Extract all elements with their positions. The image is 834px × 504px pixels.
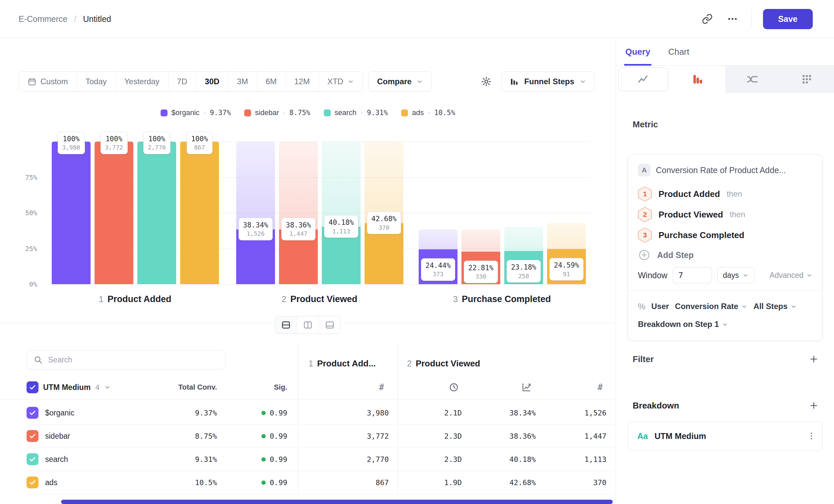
content: Custom Today Yesterday 7D 30D 3M 6M 12M … [0,38,834,504]
measure-scope-label: All Steps [753,302,788,311]
metric-title-row: A Conversion Rate of Product Adde... [638,164,812,177]
search-input[interactable] [48,356,219,364]
breadcrumb-report-name[interactable]: Untitled [83,14,111,24]
table-row[interactable]: ads10.5%0.998671.9D42.68%370 [0,471,616,494]
row-step1-count: 3,772 [303,425,389,448]
more-options-icon[interactable] [725,11,740,26]
report-type-retention[interactable] [780,66,834,93]
funnel-bar[interactable] [52,142,91,284]
horizontal-scrollbar[interactable] [61,500,613,504]
row-checkbox[interactable] [26,430,39,442]
step2-avg-time-column-button[interactable] [443,380,464,395]
report-type-insights[interactable] [616,66,671,93]
row-checkbox[interactable] [26,453,39,465]
conversion-chart-icon [521,382,532,393]
date-range-yesterday[interactable]: Yesterday [116,72,169,92]
date-range-7d[interactable]: 7D [169,72,196,92]
step-event-name[interactable]: Purchase Completed [659,230,744,240]
step-event-name[interactable]: Product Viewed [659,210,723,220]
table-header-divider [0,399,616,399]
step-event-name[interactable]: Product Added [659,189,720,199]
step-axis-label-2: 2 Product Viewed [282,294,358,304]
row-checkbox[interactable] [26,407,39,419]
date-range-today[interactable]: Today [77,72,116,92]
table-row[interactable]: sidebar8.75%0.993,7722.3D38.36%1,447 [0,425,616,448]
total-conv-column-header[interactable]: Total Conv. [139,380,217,395]
window-unit-label: days [723,271,739,280]
legend-item[interactable]: sidebar·8.75% [244,109,310,117]
table-search [26,350,225,369]
legend-item[interactable]: search·9.31% [324,109,388,117]
sidebar-tabs: Query Chart [616,38,834,66]
advanced-toggle[interactable]: Advanced [770,271,812,280]
significance-dot [261,411,266,415]
window-unit-select[interactable]: days [717,267,754,283]
breakdown-section: Breakdown [628,398,823,413]
date-range-3m[interactable]: 3M [228,72,257,92]
save-button[interactable]: Save [763,9,813,29]
add-step-button[interactable]: Add Step [638,245,812,265]
bar-count: 373 [425,270,451,278]
funnel-bar[interactable] [137,142,176,284]
bar-conversion-pct: 42.68% [372,214,397,224]
funnel-step-item-2[interactable]: 2 Product Viewed then [638,204,812,225]
sig-column-header[interactable]: Sig. [239,380,287,395]
measure-scope-select[interactable]: All Steps [753,302,797,311]
circle-plus-icon [638,249,651,261]
metric-title[interactable]: Conversion Rate of Product Adde... [656,165,786,175]
layout-split-columns-button[interactable] [297,316,319,334]
step-number: 1 [99,294,104,304]
bar-count: 3,772 [105,143,123,151]
step1-count-column-button[interactable]: # [371,380,392,395]
report-type-flows[interactable] [725,66,780,93]
bar-value-label: 100%3,772 [100,132,127,154]
share-link-icon[interactable] [700,11,715,26]
kebab-menu-icon[interactable] [807,431,816,441]
bar-value-label: 40.18%1,113 [324,215,359,238]
row-series-name: sidebar [45,425,70,448]
chart-type-select[interactable]: Funnel Steps [501,71,594,92]
breakdown-on-select[interactable]: Breakdown on Step 1 [638,320,728,329]
date-range-xtd[interactable]: XTD [319,72,363,92]
measure-type-select[interactable]: Conversion Rate [675,302,748,311]
bar-count: 1,447 [286,230,311,237]
bar-conversion-pct: 23.18% [511,262,536,272]
row-step2-conv: 38.34% [473,401,536,425]
date-range-30d[interactable]: 30D [196,72,228,92]
legend-separator: · [283,109,285,117]
row-checkbox[interactable] [26,477,39,488]
table-row[interactable]: $organic9.37%0.993,9802.1D38.34%1,526 [0,401,616,425]
step2-conv-column-button[interactable] [516,380,537,395]
measure-entity[interactable]: User [651,302,669,311]
breakdown-item[interactable]: Aa UTM Medium [628,421,823,451]
row-series-name: $organic [45,401,74,425]
measure-row: % User Conversion Rate All Steps [638,298,812,315]
date-range-6m[interactable]: 6M [257,72,286,92]
step2-count-column-button[interactable]: # [590,380,611,395]
funnel-step-item-1[interactable]: 1 Product Added then [638,184,812,204]
tab-query[interactable]: Query [626,38,650,65]
row-separator [26,494,616,495]
chart-settings-button[interactable] [475,71,497,92]
layout-bottom-panel-button[interactable] [319,316,341,334]
funnel-bar[interactable] [180,142,219,284]
layout-split-rows-button[interactable] [275,316,297,334]
window-value-input[interactable] [673,267,712,283]
legend-item[interactable]: ads·10.5% [401,109,455,117]
breadcrumb-project[interactable]: E-Commerce [19,14,67,24]
group-column-header[interactable]: UTM Medium 4 [26,380,111,395]
funnel-step-item-3[interactable]: 3 Purchase Completed [638,225,812,245]
select-all-checkbox[interactable] [26,381,39,393]
date-range-custom[interactable]: Custom [19,72,77,92]
table-row[interactable]: search9.31%0.992,7702.3D40.18%1,113 [0,448,616,471]
report-type-funnels[interactable] [671,66,725,93]
funnel-bar[interactable] [94,142,133,284]
add-filter-button[interactable] [809,354,819,364]
chevron-down-icon [742,272,749,278]
compare-button[interactable]: Compare [368,71,432,92]
legend-item[interactable]: $organic·9.37% [160,109,231,117]
add-breakdown-button[interactable] [809,400,819,411]
tab-chart[interactable]: Chart [668,38,689,65]
date-range-12m[interactable]: 12M [286,72,319,92]
step-name: Product Added [108,294,172,304]
